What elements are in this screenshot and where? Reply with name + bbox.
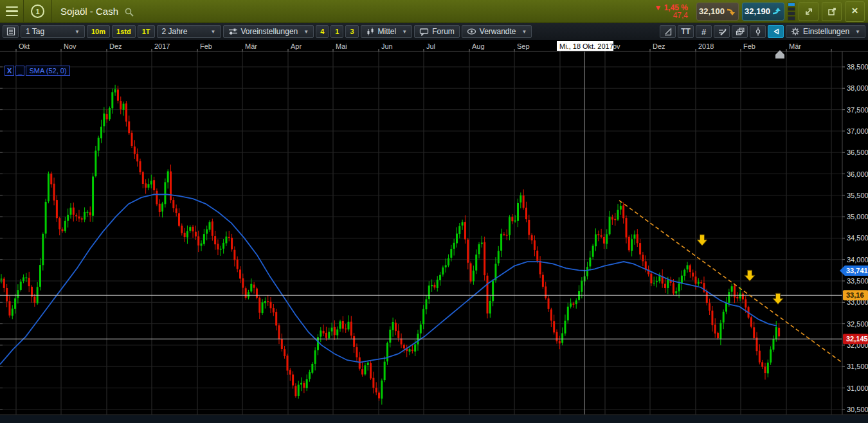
indicator-legend: X _ SMA (52, 0): [5, 66, 70, 76]
x-axis-label: Okt: [19, 42, 30, 50]
presets-button[interactable]: Voreinstellungen ▼: [223, 25, 314, 38]
search-icon[interactable]: [124, 7, 134, 17]
x-axis-label: 2018: [698, 42, 714, 50]
crosshair-date-label: Mi., 18 Okt. 2017: [559, 42, 613, 50]
grid-tool-button[interactable]: #: [696, 25, 712, 38]
depth-indicator[interactable]: [788, 3, 795, 21]
widget-number-cell[interactable]: 1: [24, 0, 52, 23]
y-axis-label: 37,500: [847, 106, 868, 114]
indicators-label: Mittel: [378, 27, 397, 36]
popout-button[interactable]: [822, 2, 842, 21]
indicator-minimize-button[interactable]: _: [15, 66, 24, 76]
x-axis-label: Jun: [381, 42, 393, 50]
quick-period-1t[interactable]: 1T: [138, 25, 155, 38]
chart-scrollbar[interactable]: [0, 415, 868, 423]
chevron-down-icon: ▼: [855, 29, 860, 35]
crosshair-date-tooltip: Mi., 18 Okt. 2017: [557, 41, 613, 51]
x-axis-label: Mai: [336, 42, 347, 50]
expand-button[interactable]: [799, 2, 818, 21]
x-axis-label: Mär: [789, 42, 801, 50]
x-axis-label: Feb: [200, 42, 212, 50]
snap-tool-button[interactable]: [750, 25, 766, 38]
change-direction-icon: ▼: [654, 3, 662, 12]
x-axis-label: Sep: [517, 42, 530, 50]
chart-area[interactable]: OktNovDez2017FebMärAprMaiJunJulAugSepOkt…: [0, 40, 868, 423]
chart-widget: 1 Sojaöl - Cash ▼ 1,45 % 47,4 32,100 32,…: [0, 0, 868, 423]
range-select[interactable]: 2 Jahre ▼: [157, 25, 221, 38]
presets-label: Voreinstellungen: [241, 27, 298, 36]
layers-button[interactable]: [732, 25, 748, 38]
chevron-down-icon: ▼: [303, 29, 309, 35]
hamburger-menu-icon: [6, 5, 18, 18]
y-axis-label: 30,500: [847, 406, 868, 413]
scale-icon: [664, 27, 673, 36]
chart-toolbar: 1 Tag ▼ 10m 1std 1T 2 Jahre ▼ Voreinstel…: [0, 23, 868, 40]
buy-button[interactable]: 32,190: [742, 3, 784, 21]
y-axis-label: 36,000: [847, 170, 868, 178]
y-axis-label: 34,000: [847, 256, 868, 264]
instrument-title: Sojaöl - Cash: [60, 6, 118, 17]
eye-icon: [467, 27, 476, 36]
cursor-icon: [772, 27, 781, 36]
x-axis-label: Jul: [426, 42, 435, 50]
speech-bubble-icon: [419, 27, 429, 36]
x-axis-label: Feb: [743, 42, 755, 50]
widget-title-bar: 1 Sojaöl - Cash ▼ 1,45 % 47,4 32,100 32,…: [0, 0, 868, 23]
crosshair-pin-icon: [754, 27, 763, 36]
period-select[interactable]: 1 Tag ▼: [21, 25, 85, 38]
topbar-right-group: ▼ 1,45 % 47,4 32,100 32,190: [654, 0, 868, 23]
hamburger-menu-button[interactable]: [0, 0, 24, 23]
x-axis-label: Dez: [109, 42, 122, 50]
scale-tool-button[interactable]: [660, 25, 676, 38]
x-axis-label: Dez: [653, 42, 665, 50]
chevron-down-icon: ▼: [522, 29, 527, 35]
x-axis-label: 2017: [154, 42, 170, 50]
quick-period-10m[interactable]: 10m: [87, 25, 110, 38]
sell-button[interactable]: 32,100: [696, 3, 739, 21]
chart-type-button[interactable]: [3, 25, 19, 38]
y-axis-label: 37,000: [847, 127, 868, 135]
text-tool-button[interactable]: TT: [678, 25, 694, 38]
y-axis-label: 36,500: [847, 148, 868, 156]
price-tag-label: 32,1450: [846, 335, 868, 343]
forum-button[interactable]: Forum: [414, 25, 460, 38]
draw-tool-button[interactable]: [714, 25, 730, 38]
price-tag-label: 33,741: [846, 267, 868, 274]
x-axis-label: Aug: [472, 42, 485, 50]
pointer-tool-button[interactable]: [768, 25, 784, 38]
expand-icon: [804, 7, 813, 16]
close-button[interactable]: ×: [845, 1, 865, 22]
popout-icon: [827, 7, 836, 16]
layers-icon: [736, 27, 745, 36]
grid-icon: #: [701, 27, 706, 37]
related-button[interactable]: Verwandte ▼: [462, 25, 532, 38]
price-change-absolute: 47,4: [654, 12, 688, 19]
y-axis-label: 33,500: [847, 277, 868, 285]
buy-arrow-icon: [773, 7, 782, 16]
y-axis-label: 38,000: [847, 84, 868, 92]
toolbar-right-group: TT #: [660, 25, 865, 38]
settings-label: Einstellungen: [803, 27, 849, 36]
quick-period-1std[interactable]: 1std: [112, 25, 136, 38]
text-tool-icon: TT: [681, 27, 691, 36]
chart-canvas[interactable]: OktNovDez2017FebMärAprMaiJunJulAugSepOkt…: [0, 40, 868, 423]
count-button-3[interactable]: 3: [345, 25, 358, 38]
y-axis-label: 31,000: [847, 384, 868, 392]
x-axis-label: Nov: [64, 42, 77, 50]
count-button-4[interactable]: 4: [316, 25, 329, 38]
price-change-block: ▼ 1,45 % 47,4: [654, 4, 688, 19]
indicator-label: SMA (52, 0): [26, 66, 69, 76]
count-button-1[interactable]: 1: [330, 25, 343, 38]
pencil-icon: [718, 27, 727, 36]
candlestick-icon: [366, 27, 375, 36]
indicator-close-button[interactable]: X: [5, 66, 14, 76]
close-icon: ×: [852, 4, 858, 17]
settings-button[interactable]: Einstellungen ▼: [786, 25, 865, 38]
period-select-value: 1 Tag: [26, 27, 44, 36]
sliders-icon: [228, 27, 238, 36]
price-tag-label: 33,16: [846, 291, 864, 299]
y-axis-label: 38,500: [847, 63, 868, 71]
y-axis-label: 34,500: [847, 234, 868, 242]
y-axis-label: 35,500: [847, 192, 868, 199]
indicators-button[interactable]: Mittel ▼: [361, 25, 413, 38]
